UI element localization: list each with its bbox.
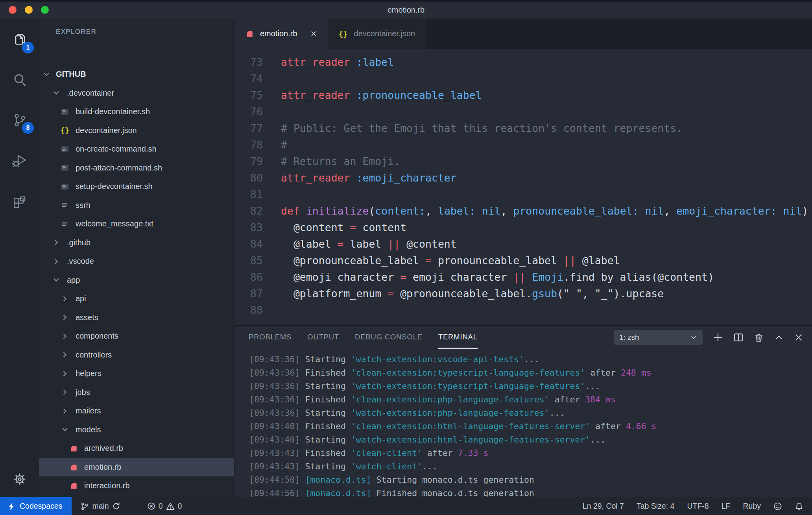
split-terminal-button[interactable] (733, 332, 744, 343)
chevron-right-icon (59, 368, 71, 380)
tree-item-components[interactable]: components (39, 327, 234, 346)
tree-item-controllers[interactable]: controllers (39, 346, 234, 365)
tree-item--devcontainer[interactable]: .devcontainer (39, 84, 234, 103)
line-number: 79 (234, 153, 263, 170)
panel-tab-problems[interactable]: PROBLEMS (249, 326, 292, 349)
code-line: # (281, 137, 812, 153)
panel-tab-label: PROBLEMS (249, 333, 292, 341)
tree-item-setup-devcontainer-sh[interactable]: setup-devcontainer.sh (39, 177, 234, 196)
code-line: attr_reader :emoji_character (281, 170, 812, 186)
tree-item-models[interactable]: models (39, 421, 234, 439)
branch-status-item[interactable]: main (80, 502, 120, 511)
explorer-sidebar: EXPLORER GITHUB.devcontainerbuild-devcon… (39, 19, 234, 497)
line-number: 83 (234, 219, 263, 236)
tree-item--vscode[interactable]: .vscode (39, 252, 234, 271)
close-tab-icon[interactable]: × (311, 28, 317, 40)
tree-item-jobs[interactable]: jobs (39, 383, 234, 402)
search-icon (11, 72, 28, 88)
tree-item-label: archived.rb (84, 444, 123, 453)
tree-item--github[interactable]: .github (39, 233, 234, 252)
tree-item-label: on-create-command.sh (76, 144, 157, 154)
tree-item-github[interactable]: GITHUB (39, 65, 234, 84)
tree-item-devcontainer-json[interactable]: {}devcontainer.json (39, 121, 234, 140)
line-number: 78 (234, 137, 263, 153)
tree-item-label: emotion.rb (84, 463, 122, 472)
activity-item-settings[interactable] (12, 471, 28, 487)
tree-item-interaction-rb[interactable]: interaction.rb (39, 476, 234, 495)
feedback-smiley-icon[interactable] (773, 502, 782, 511)
terminal-shell-select[interactable]: 1: zsh (614, 330, 703, 345)
problems-status-item[interactable]: 00 (147, 502, 182, 511)
tree-item-label: welcome_message.txt (76, 219, 153, 228)
tree-item-on-create-command-sh[interactable]: on-create-command.sh (39, 140, 234, 159)
language-mode-item[interactable]: Ruby (743, 502, 761, 511)
activity-item-explorer[interactable]: 1 (0, 20, 39, 60)
editor-tab-emotion-rb[interactable]: emotion.rb× (234, 19, 328, 49)
panel-tab-debug-console[interactable]: DEBUG CONSOLE (355, 326, 423, 349)
settings-icon (12, 471, 28, 487)
titlebar: emotion.rb (0, 0, 812, 19)
line-number: 85 (234, 252, 263, 269)
tree-item-mailers[interactable]: mailers (39, 402, 234, 421)
activity-item-source-control[interactable]: 8 (0, 100, 39, 140)
json-file-icon: {} (339, 30, 348, 38)
code-line: @pronounceable_label = pronounceable_lab… (281, 252, 812, 269)
explorer-header: EXPLORER (56, 28, 96, 36)
json-file-icon: {} (59, 124, 71, 136)
tree-item-api[interactable]: api (39, 289, 234, 308)
panel-tab-terminal[interactable]: TERMINAL (438, 326, 478, 349)
codespaces-icon (7, 502, 16, 511)
terminal-line: [09:43:43] Starting 'watch-client'... (249, 460, 812, 473)
tree-item-assets[interactable]: assets (39, 308, 234, 327)
tree-item-build-devcontainer-sh[interactable]: build-devcontainer.sh (39, 102, 234, 121)
chevron-right-icon (50, 256, 62, 267)
tree-item-label: build-devcontainer.sh (76, 107, 150, 116)
encoding-item[interactable]: UTF-8 (687, 502, 709, 511)
line-number: 74 (234, 70, 263, 87)
extensions-icon (12, 193, 28, 208)
window-title: emotion.rb (0, 6, 812, 15)
activity-bar: 18 (0, 19, 39, 497)
activity-item-run-debug[interactable] (0, 140, 39, 180)
code-editor[interactable]: 73747576777879808182838485868788 attr_re… (234, 49, 812, 325)
activity-item-extensions[interactable] (0, 180, 39, 220)
maximize-panel-button[interactable] (774, 333, 784, 342)
sync-icon (112, 502, 120, 510)
new-terminal-button[interactable] (713, 332, 723, 343)
shell-file-icon (59, 106, 71, 118)
cursor-position-item[interactable]: Ln 29, Col 7 (583, 502, 624, 511)
activity-item-search[interactable] (0, 60, 39, 100)
tree-item-post-attach-command-sh[interactable]: post-attach-command.sh (39, 159, 234, 178)
code-line: @platform_enum = @pronounceable_label.gs… (281, 285, 812, 302)
run-debug-icon (11, 152, 28, 169)
tree-item-label: helpers (76, 369, 102, 378)
editor-tab-devcontainer-json[interactable]: {}devcontainer.json (328, 19, 426, 49)
code-line: @label = label || @content (281, 236, 812, 252)
ruby-file-icon (68, 461, 79, 473)
tree-item-helpers[interactable]: helpers (39, 364, 234, 383)
shell-file-icon (59, 181, 71, 193)
codespaces-label: Codespaces (20, 502, 62, 511)
tree-item-ssrh[interactable]: ssrh (39, 196, 234, 215)
line-number-gutter: 73747576777879808182838485868788 (234, 49, 263, 325)
chevron-right-icon (59, 330, 71, 342)
shell-file-icon (59, 143, 71, 155)
close-panel-button[interactable] (794, 333, 803, 342)
tree-item-archived-rb[interactable]: archived.rb (39, 439, 234, 458)
kill-terminal-button[interactable] (754, 332, 764, 343)
workbench: 18 EXPLORER GITHUB.devcontainerbuild-dev… (0, 19, 812, 497)
codespaces-status-button[interactable]: Codespaces (0, 497, 72, 515)
panel-tab-label: OUTPUT (307, 333, 339, 341)
tab-size-item[interactable]: Tab Size: 4 (637, 502, 674, 511)
tree-item-app[interactable]: app (39, 271, 234, 290)
chevron-right-icon (59, 405, 71, 417)
notifications-bell-icon[interactable] (795, 502, 803, 511)
terminal-line: [09:43:36] Starting 'watch-extension:php… (249, 406, 812, 420)
panel-tab-output[interactable]: OUTPUT (307, 326, 339, 349)
tree-item-label: mailers (76, 406, 101, 415)
line-number: 86 (234, 269, 263, 285)
terminal-output[interactable]: [09:43:36] Starting 'watch-extension:vsc… (234, 349, 812, 497)
tree-item-emotion-rb[interactable]: emotion.rb (39, 458, 234, 477)
eol-item[interactable]: LF (722, 502, 731, 511)
tree-item-welcome-message-txt[interactable]: welcome_message.txt (39, 215, 234, 233)
